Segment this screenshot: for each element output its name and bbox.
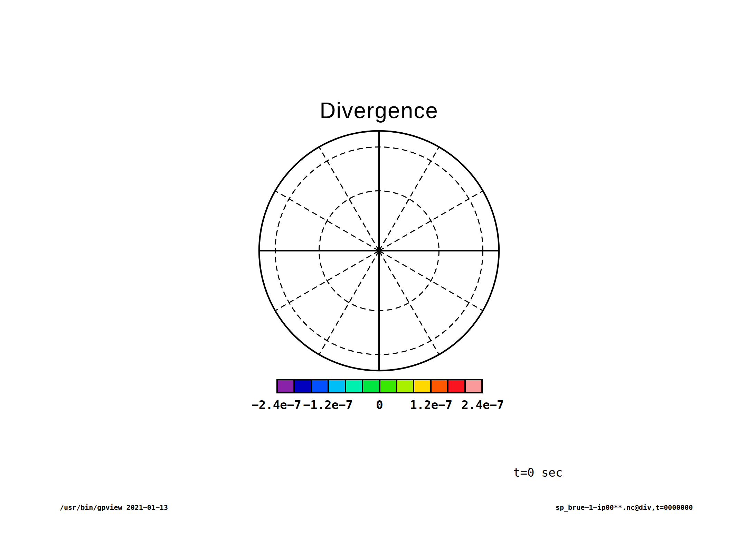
colorbar-tick-labels: −2.4e−7−1.2e−701.2e−72.4e−7 — [276, 399, 483, 413]
colorbar-tick-label-1: −1.2e−7 — [303, 399, 353, 411]
colorbar-cell-5 — [362, 380, 379, 393]
colorbar-tick-label-4: 2.4e−7 — [462, 399, 504, 411]
meridian-dashed-120 — [319, 147, 379, 251]
colorbar-cell-1 — [294, 380, 311, 393]
footer-command-and-date: /usr/bin/gpview 2021−01−13 — [60, 504, 168, 511]
colorbar-cell-6 — [380, 380, 397, 393]
colorbar-cell-7 — [397, 380, 414, 393]
figure-canvas: Divergence −2.4e−7−1.2e−701.2e−72.4e−7 t… — [0, 0, 756, 534]
meridian-dashed-240 — [319, 251, 379, 355]
polar-grid-plot — [0, 0, 756, 534]
colorbar-cell-11 — [465, 380, 482, 393]
colorbar-cell-2 — [311, 380, 328, 393]
colorbar-cell-3 — [328, 380, 345, 393]
colorbar — [276, 379, 483, 393]
colorbar-cell-8 — [414, 380, 431, 393]
time-label: t=0 sec — [513, 467, 563, 478]
colorbar-cell-9 — [431, 380, 448, 393]
footer-datasource-label: sp_brue−1−ip00**.nc@div,t=0000000 — [556, 504, 693, 511]
colorbar-tick-label-2: 0 — [376, 399, 383, 411]
colorbar-tick-label-3: 1.2e−7 — [410, 399, 452, 411]
colorbar-cell-10 — [448, 380, 465, 393]
meridian-dashed-300 — [379, 251, 439, 355]
meridian-dashed-60 — [379, 147, 439, 251]
colorbar-tick-label-0: −2.4e−7 — [252, 399, 301, 411]
colorbar-cell-0 — [277, 380, 294, 393]
colorbar-cell-4 — [346, 380, 362, 393]
